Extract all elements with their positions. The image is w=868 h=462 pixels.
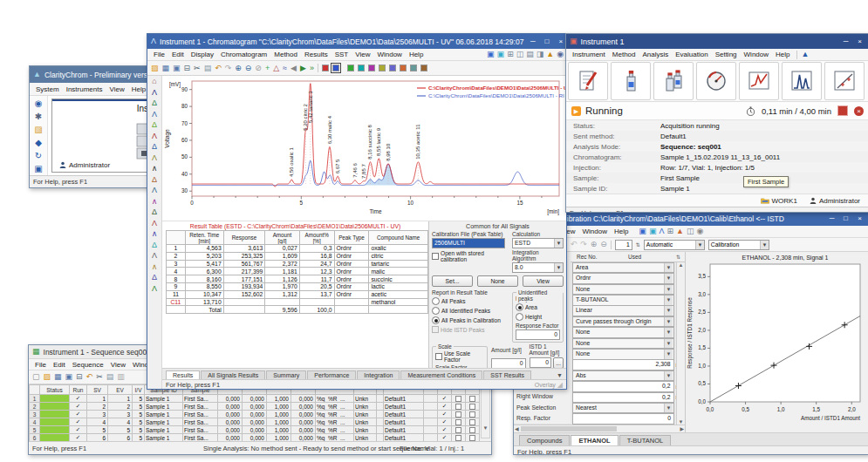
sequence-row[interactable]: 3✓335Sample 1First Sa...0,0000,0001,0000… [30,411,480,418]
menu-instrument[interactable]: Instrument [569,50,609,59]
sequence-table[interactable]: StatusRunSVEVI/VSample IDSample1✓115Samp… [29,384,480,450]
menu-sequence[interactable]: Sequence [69,360,107,370]
calculation-select[interactable]: ESTD [512,238,564,248]
abort-button[interactable]: × [854,106,864,116]
tab-performance[interactable]: Performance [307,370,356,379]
report-peaks-in-calibration-radio[interactable]: All Peaks in Calibration [432,316,509,324]
tab-all-signals-results[interactable]: All Signals Results [201,370,265,379]
toolbar-icon[interactable]: Λ [152,187,157,194]
menu-edit[interactable]: Edit [50,360,69,370]
calibration-input[interactable]: 0,2 [572,381,674,392]
report-all-peaks-radio[interactable]: All Peaks [432,297,509,305]
signal-swatch[interactable] [389,65,396,71]
calibration-dropdown[interactable]: Nearest [572,403,674,414]
play-icon[interactable]: ▶ [300,65,306,72]
compound-number-spinner[interactable]: 1 [615,240,632,250]
signal-swatch[interactable] [358,65,365,71]
result-row[interactable]: 98,550193,9341,97020,5Ordnrlactic [167,282,428,290]
calibration-mode-select[interactable]: Automatic [644,240,705,250]
toolbar-icon[interactable]: Δ [152,176,157,184]
menu-edit[interactable]: Edit [168,50,188,59]
set-button[interactable]: Set... [432,275,473,287]
menu-help[interactable]: Help [406,50,427,59]
minimize-button[interactable]: ─ [527,37,538,47]
sequence-row[interactable]: 2✓225Sample 1First Sa...0,0000,0001,0000… [30,403,480,411]
target-icon[interactable]: ◉ [557,51,564,58]
toolbar-icon[interactable]: ⌂ [152,78,156,85]
response-factor-input[interactable]: 0 [516,330,560,340]
calibration-horizontal-scrollbar[interactable]: ◀▶ [514,425,685,432]
window-icon[interactable]: ▣ [173,65,181,72]
redo-icon[interactable]: ↷ [225,65,232,72]
paste-icon[interactable]: ▥ [117,373,125,381]
result-row[interactable]: Total9,596100,0 [167,306,428,314]
menu-help[interactable]: Help [772,50,793,59]
redo-icon[interactable]: ↷ [580,241,587,248]
calibration-file-input[interactable]: 2506MULTI [432,238,505,248]
response-base-height-radio[interactable]: Height [516,313,560,321]
tab-integration[interactable]: Integration [357,370,400,379]
calibration-dropdown[interactable]: None [572,327,674,338]
gear-icon[interactable]: ✱ [35,112,42,121]
menu-help[interactable]: Help [611,227,632,236]
copy-icon[interactable]: ▤ [106,373,114,381]
next-icon[interactable]: » [310,65,314,72]
stop-button[interactable] [837,105,848,116]
calibration-icon[interactable] [824,62,865,100]
marker-icon[interactable]: ▲ [676,228,684,235]
signal-swatch[interactable] [368,65,375,71]
menu-view[interactable]: View [352,50,373,59]
prev-icon[interactable]: ◀ [290,65,297,72]
result-row[interactable]: 88,160177,1511,12611,7Ordnrsuccinic [167,275,428,283]
zoom-in-icon[interactable]: ⊕ [235,65,242,72]
chart2-icon[interactable]: ▣ [649,228,657,235]
chromatogram-graph-pane[interactable]: 30405060708090051015[mV]VoltageTime[min]… [162,76,566,221]
calibration-dropdown[interactable]: None [572,349,674,360]
toolbar-icon[interactable]: Δ [152,99,157,107]
menu-window[interactable]: Window [578,227,610,236]
menu-view[interactable]: View [106,85,127,94]
chart2-icon[interactable]: ▣ [497,51,505,58]
result-row[interactable]: 1110,347152,6021,31213,7Ordnracetic [167,290,428,298]
toolbar-icon[interactable]: Λ [152,111,157,119]
menu-setting[interactable]: Setting [712,50,741,59]
data-acquisition-icon[interactable] [739,62,779,100]
calibration-dropdown[interactable]: Area [572,262,674,274]
use-scale-factor-checkbox[interactable]: Use Scale Factor [435,350,484,363]
report-icon[interactable]: ▣ [65,373,73,381]
result-row[interactable]: 35,417561,7672,37224,7Ordnrtartaric [167,260,428,268]
tab-ethanol[interactable]: ETHANOL [571,435,618,445]
signal-swatch[interactable] [322,65,329,71]
calibration-dropdown[interactable]: Ordnr [572,273,674,284]
user-icon[interactable]: ◉ [35,99,43,108]
print-icon[interactable]: ⊟ [76,373,83,381]
amount-input[interactable]: 0 [491,358,526,369]
toolbar-icon[interactable]: Δ [152,274,157,282]
istd-amount-input[interactable]: 0 [530,357,552,368]
menu-instruments[interactable]: Instruments [63,85,106,94]
signal-swatch[interactable] [400,65,407,71]
zoom-out-icon[interactable]: ⊖ [600,241,607,248]
toolbar-icon[interactable]: Λ [152,285,157,293]
cut-icon[interactable]: ✂ [194,65,201,72]
open-icon[interactable]: ▨ [151,65,159,72]
single-analysis-icon[interactable] [611,62,651,100]
folder-icon[interactable]: ▨ [34,126,42,134]
toolbar-icon[interactable]: ∧ [152,198,158,206]
menu-file[interactable]: File [31,360,50,370]
shield-icon[interactable]: ◆ [35,139,42,147]
result-row[interactable]: 46,300217,3991,18112,3Ordnrmalic [167,268,428,275]
clarity-icon[interactable]: ▲ [801,51,809,58]
device-monitor-icon[interactable] [696,62,736,100]
calibration-input[interactable]: 0,2 [572,392,674,404]
sequence-vertical-scrollbar[interactable]: ▲▼ [481,382,490,438]
menu-results[interactable]: Results [301,50,331,59]
calibration-vertical-scrollbar[interactable]: ▲▼ [676,262,685,425]
open-stored-calibration-checkbox[interactable]: Open with stored calibration [432,250,509,262]
report-identified-peaks-radio[interactable]: All Identified Peaks [432,307,509,315]
calibration-dropdown[interactable]: None [572,338,674,350]
cut-icon[interactable]: ✂ [96,373,103,381]
signal-swatch[interactable] [347,65,354,71]
split-icon[interactable]: ◫ [516,51,524,58]
menu-chromatogram[interactable]: Chromatogram [217,50,270,59]
